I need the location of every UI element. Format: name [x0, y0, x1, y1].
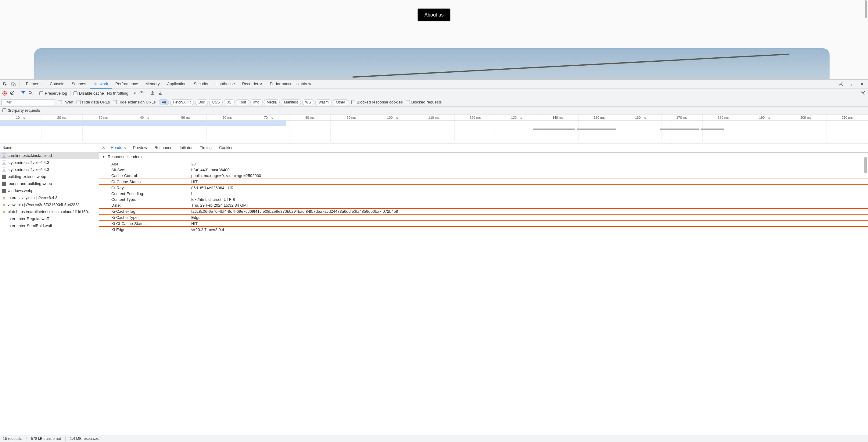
- hero-image: [34, 48, 830, 79]
- filter-type-js[interactable]: JS: [224, 99, 234, 105]
- devtools-tab-sources[interactable]: Sources: [68, 80, 90, 89]
- devtools-panel: ElementsConsoleSourcesNetworkPerformance…: [0, 79, 868, 442]
- devtools-tab-recorder[interactable]: Recorder ⚗: [239, 80, 266, 89]
- request-row[interactable]: Tinter_Inter-SemiBold.woff: [0, 222, 99, 229]
- filter-type-ws[interactable]: WS: [302, 99, 314, 105]
- response-headers-section[interactable]: Response Headers: [99, 153, 868, 161]
- page-scrollbar[interactable]: [865, 0, 867, 18]
- record-button[interactable]: [2, 91, 7, 95]
- svg-point-7: [863, 92, 864, 93]
- request-row[interactable]: {}interactivity.min.js?ver=6.4.3: [0, 194, 99, 201]
- download-har-icon[interactable]: [158, 91, 162, 96]
- details-scrollbar[interactable]: [864, 157, 867, 173]
- detail-tab-timing[interactable]: Timing: [196, 144, 216, 152]
- detail-tab-response[interactable]: Response: [151, 144, 176, 152]
- header-value: br: [191, 191, 195, 196]
- device-toggle-icon[interactable]: [10, 81, 17, 88]
- header-value: text/html; charset=UTF-8: [191, 197, 235, 202]
- filter-type-fetch-xhr[interactable]: Fetch/XHR: [170, 99, 194, 105]
- request-details-pane: ✕ HeadersPreviewResponseInitiatorTimingC…: [99, 144, 868, 435]
- request-row[interactable]: Tinter_Inter-Regular.woff: [0, 215, 99, 222]
- filter-type-wasm[interactable]: Wasm: [315, 99, 332, 105]
- detail-tab-preview[interactable]: Preview: [129, 144, 151, 152]
- filter-type-media[interactable]: Media: [264, 99, 280, 105]
- request-row[interactable]: tourist-and-building.webp: [0, 180, 99, 187]
- detail-tab-cookies[interactable]: Cookies: [215, 144, 237, 152]
- network-toolbar: Preserve log Disable cache No throttling…: [0, 89, 868, 98]
- header-value: HIT: [191, 179, 198, 184]
- request-name: tourist-and-building.webp: [8, 181, 52, 186]
- request-row[interactable]: building-exterior.webp: [0, 173, 99, 180]
- about-us-button[interactable]: About us: [417, 8, 450, 21]
- disable-cache-checkbox[interactable]: Disable cache: [73, 91, 104, 95]
- timeline-tick: 190 ms: [744, 115, 786, 120]
- filter-type-doc[interactable]: Doc: [195, 99, 208, 105]
- timeline-tick: 10 ms: [0, 115, 41, 120]
- request-row[interactable]: ▤style.min.css?ver=6.4.3: [0, 159, 99, 166]
- request-name: blob:https://carolinetestx.kinsta.cloud/…: [8, 209, 92, 214]
- response-header-row: Content-Type:text/html; charset=UTF-8: [99, 197, 868, 202]
- devtools-tab-performance[interactable]: Performance: [112, 80, 142, 89]
- response-header-row: Cf-Ray:85d1f5f14e326364-LHR: [99, 185, 868, 191]
- close-devtools-icon[interactable]: ✕: [858, 81, 866, 88]
- filter-type-manifest[interactable]: Manifest: [281, 99, 301, 105]
- devtools-tab-security[interactable]: Security: [190, 80, 212, 89]
- network-settings-icon[interactable]: [861, 90, 866, 96]
- font-file-icon: T: [2, 224, 6, 228]
- filter-type-other[interactable]: Other: [333, 99, 348, 105]
- filter-input[interactable]: [1, 99, 55, 105]
- devtools-tab-performance-insights[interactable]: Performance insights ⚗: [266, 80, 314, 89]
- wifi-icon[interactable]: [139, 90, 144, 96]
- response-header-row: Ki-Cache-Tag:fa6c8c06-6e76-4bf4-8c7f-69e…: [99, 208, 868, 214]
- more-icon[interactable]: ⋮: [848, 81, 855, 88]
- invert-checkbox[interactable]: Invert: [58, 100, 73, 105]
- request-row[interactable]: ▤carolinetestx.kinsta.cloud: [0, 152, 99, 159]
- request-row[interactable]: {}blob:https://carolinetestx.kinsta.clou…: [0, 208, 99, 215]
- search-icon[interactable]: [28, 91, 33, 96]
- network-timeline[interactable]: 10 ms20 ms30 ms40 ms50 ms60 ms70 ms80 ms…: [0, 115, 868, 144]
- svg-rect-1: [14, 84, 15, 86]
- blocked-cookies-checkbox[interactable]: Blocked response cookies: [351, 100, 403, 105]
- header-value: v=20.2.7;mv=3.0.4: [191, 228, 224, 232]
- detail-tab-initiator[interactable]: Initiator: [176, 144, 196, 152]
- header-key: Age:: [111, 162, 191, 166]
- filter-type-font[interactable]: Font: [236, 99, 249, 105]
- header-value: public, max-age=0, s-maxage=2592000: [191, 173, 261, 178]
- requests-name-header[interactable]: Name: [0, 144, 99, 152]
- request-row[interactable]: {}view.min.js?ver=e3d6f3216904b5b42831: [0, 201, 99, 208]
- filter-type-all[interactable]: All: [159, 99, 169, 105]
- throttling-select[interactable]: No throttling▾: [107, 91, 136, 95]
- upload-har-icon[interactable]: [150, 91, 155, 96]
- hide-data-urls-checkbox[interactable]: Hide data URLs: [76, 100, 110, 105]
- devtools-tab-lighthouse[interactable]: Lighthouse: [212, 80, 239, 89]
- filter-type-img[interactable]: Img: [250, 99, 262, 105]
- header-value: h3=":443"; ma=86400: [191, 168, 230, 172]
- clear-button[interactable]: [10, 90, 14, 96]
- blocked-requests-checkbox[interactable]: Blocked requests: [406, 100, 442, 105]
- timeline-tick: 100 ms: [372, 115, 413, 120]
- response-header-row: Date:Thu, 29 Feb 2024 15:32:34 GMT: [99, 202, 868, 208]
- header-key: Ki-Cache-Type:: [111, 215, 191, 220]
- devtools-tab-application[interactable]: Application: [163, 80, 190, 89]
- request-row[interactable]: windows.webp: [0, 187, 99, 194]
- devtools-tab-console[interactable]: Console: [46, 80, 68, 89]
- devtools-tab-network[interactable]: Network: [90, 80, 112, 89]
- devtools-tab-elements[interactable]: Elements: [22, 80, 46, 89]
- settings-icon[interactable]: [837, 81, 845, 88]
- close-details-icon[interactable]: ✕: [100, 146, 106, 150]
- filter-type-css[interactable]: CSS: [209, 99, 223, 105]
- hide-extension-urls-checkbox[interactable]: Hide extension URLs: [113, 100, 156, 105]
- inspect-icon[interactable]: [1, 81, 8, 88]
- request-name: style.min.css?ver=6.4.3: [8, 167, 49, 172]
- svg-point-5: [29, 91, 31, 94]
- header-key: Date:: [111, 203, 191, 208]
- filter-icon[interactable]: [21, 91, 25, 96]
- request-row[interactable]: ▤style.min.css?ver=6.4.3: [0, 166, 99, 173]
- devtools-tab-memory[interactable]: Memory: [142, 80, 163, 89]
- detail-tab-headers[interactable]: Headers: [107, 144, 129, 152]
- svg-point-2: [841, 84, 842, 85]
- timeline-tick: 110 ms: [413, 115, 455, 120]
- preserve-log-checkbox[interactable]: Preserve log: [39, 91, 67, 95]
- img-file-icon: [2, 182, 6, 186]
- third-party-checkbox[interactable]: 3rd-party requests: [2, 108, 40, 113]
